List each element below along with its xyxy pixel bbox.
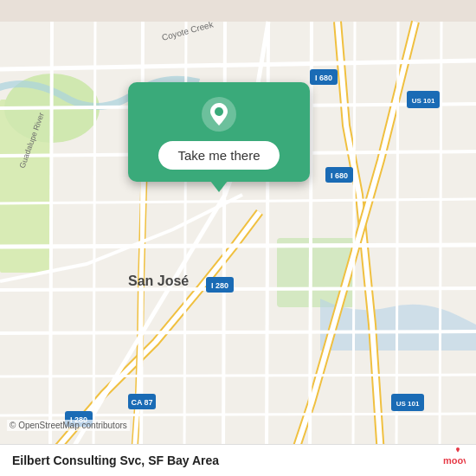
- svg-line-22: [440, 22, 441, 454]
- svg-text:US 101: US 101: [412, 97, 435, 105]
- svg-point-41: [215, 107, 223, 116]
- svg-line-19: [310, 22, 312, 454]
- svg-line-11: [0, 375, 476, 376]
- svg-text:I 280: I 280: [211, 281, 228, 290]
- osm-attribution: © OpenStreetMap contributors: [7, 420, 130, 431]
- svg-line-10: [0, 331, 476, 333]
- moovit-logo: moovit: [441, 445, 466, 469]
- bottom-bar: Eilbert Consulting Svc, SF Bay Area moov…: [0, 444, 476, 476]
- popup-card: Take me there: [128, 82, 310, 182]
- svg-text:CA 87: CA 87: [131, 398, 152, 407]
- svg-line-20: [353, 22, 355, 454]
- location-pin-icon: [201, 96, 237, 132]
- business-name: Eilbert Consulting Svc, SF Bay Area: [12, 453, 219, 467]
- svg-line-13: [50, 22, 52, 454]
- svg-line-8: [0, 245, 476, 247]
- svg-text:moovit: moovit: [443, 455, 466, 466]
- svg-text:I 680: I 680: [331, 171, 348, 180]
- svg-text:US 101: US 101: [396, 400, 420, 408]
- svg-line-21: [396, 22, 398, 454]
- svg-line-14: [93, 22, 95, 454]
- svg-text:San José: San José: [128, 273, 189, 288]
- map-container: I 680 I 680 US 101 US 101 I 280 CA 87 I …: [0, 0, 476, 476]
- svg-line-9: [0, 288, 476, 290]
- take-me-there-button[interactable]: Take me there: [158, 141, 279, 170]
- moovit-logo-icon: moovit: [441, 445, 466, 469]
- svg-text:I 680: I 680: [315, 74, 332, 82]
